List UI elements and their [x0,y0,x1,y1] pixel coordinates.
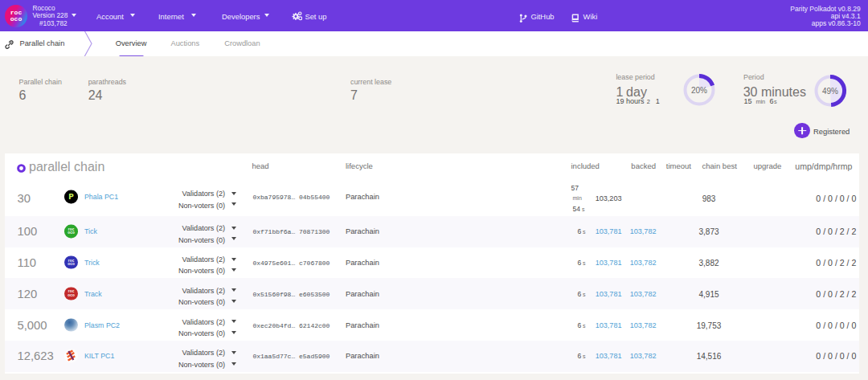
svg-text:49%: 49% [822,86,838,95]
svg-text:20%: 20% [690,86,706,95]
